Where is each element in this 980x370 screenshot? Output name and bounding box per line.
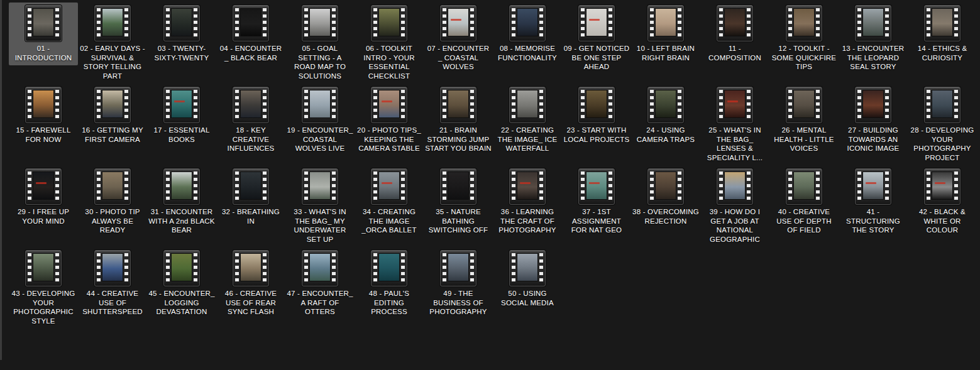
video-item[interactable]: 38 - OVERCOMING REJECTION (631, 166, 700, 229)
grid-row: 43 - DEVELOPING YOUR PHOTOGRAPHIC STYLE … (9, 245, 977, 327)
video-item[interactable]: 03 - TWENTY-SIXTY-TWENTY (147, 3, 216, 65)
video-title: 17 - ESSENTIAL BOOKS (148, 126, 215, 144)
video-item[interactable]: 33 - WHAT'S IN THE BAG_ MY UNDERWATER SE… (285, 166, 355, 247)
video-item[interactable]: 31 - ENCOUNTER WITH A 2nd BLACK BEAR (147, 166, 216, 238)
film-sprockets-right-icon (401, 253, 405, 282)
filmstrip-icon (647, 5, 684, 41)
video-thumbnail (655, 8, 676, 36)
video-title: 06 - TOOLKIT INTRO - YOUR ESSENTIAL CHEC… (356, 44, 422, 80)
video-item[interactable]: 35 - NATURE BATHING SWITCHING OFF (424, 166, 493, 238)
video-item[interactable]: 48 - PAUL'S EDITING PROCESS (355, 248, 424, 320)
film-sprockets-left-icon (650, 171, 654, 200)
video-item[interactable]: 02 - EARLY DAYS - SURVIVAL & STORY TELLI… (78, 3, 147, 84)
video-item[interactable]: 07 - ENCOUNTER _ COASTAL WOLVES (424, 3, 493, 75)
video-item[interactable]: 47 - ENCOUNTER_ A RAFT OF OTTERS (285, 248, 355, 320)
video-item[interactable]: 30 - PHOTO TIP ALWAYS BE READY (78, 166, 147, 238)
video-item[interactable]: 05 - GOAL SETTING - A ROAD MAP TO SOLUTI… (285, 3, 355, 84)
video-item[interactable]: 32 - BREATHING IN (216, 166, 285, 229)
video-item[interactable]: 42 - BLACK & WHITE OR COLOUR (908, 166, 977, 238)
video-thumbnail (378, 90, 400, 118)
video-thumbnail (240, 8, 262, 36)
video-title: 24 - USING CAMERA TRAPS (632, 126, 699, 144)
video-item[interactable]: 22 - CREATING THE IMAGE_ ICE WATERFALL (493, 84, 562, 156)
video-item[interactable]: 01 - INTRODUCTION (9, 3, 78, 65)
video-item[interactable]: 12 - TOOLKIT - SOME QUICKFIRE TIPS (769, 3, 839, 75)
film-sprockets-right-icon (816, 171, 820, 200)
thumbnail-red-text-overlay (36, 182, 47, 184)
video-item[interactable]: 27 - BUILDING TOWARDS AN ICONIC IMAGE (839, 84, 908, 156)
film-sprockets-left-icon (166, 253, 170, 282)
video-thumbnail (586, 171, 607, 200)
video-title: 49 - THE BUSINESS OF PHOTOGRAPHY (425, 289, 492, 317)
film-sprockets-right-icon (539, 253, 543, 282)
video-item[interactable]: 43 - DEVELOPING YOUR PHOTOGRAPHIC STYLE (9, 248, 78, 329)
video-item[interactable]: 28 - DEVELOPING YOUR PHOTOGRAPHY PROJECT (908, 84, 977, 165)
video-item[interactable]: 10 - LEFT BRAIN RIGHT BRAIN (631, 3, 700, 65)
video-item[interactable]: 44 - CREATIVE USE OF SHUTTERSPEED (78, 248, 147, 320)
video-thumbnail (240, 90, 262, 118)
film-sprockets-left-icon (373, 8, 377, 37)
video-item[interactable]: 14 - ETHICS & CURIOSITY (908, 3, 977, 65)
video-item[interactable]: 11 - COMPOSITION (700, 3, 769, 65)
video-title: 03 - TWENTY-SIXTY-TWENTY (148, 44, 215, 62)
film-sprockets-left-icon (443, 90, 446, 119)
video-thumbnail (171, 90, 192, 118)
video-item[interactable]: 16 - GETTING MY FIRST CAMERA (78, 84, 147, 147)
video-thumbnail (448, 8, 469, 36)
video-item[interactable]: 15 - FAREWELL FOR NOW (9, 84, 78, 147)
video-item[interactable]: 04 - ENCOUNTER _ BLACK BEAR (216, 3, 285, 65)
video-thumbnail (171, 253, 192, 281)
video-thumbnail (517, 253, 538, 281)
video-item[interactable]: 29 - I FREE UP YOUR MIND (9, 166, 78, 229)
thumbnail-red-text-overlay (451, 19, 462, 21)
video-item[interactable]: 50 - USING SOCIAL MEDIA (493, 248, 562, 310)
film-sprockets-left-icon (512, 90, 515, 119)
filmstrip-icon (94, 168, 131, 205)
video-item[interactable]: 46 - CREATIVE USE OF REAR SYNC FLASH (216, 248, 285, 320)
filmstrip-icon (233, 168, 269, 205)
film-sprockets-right-icon (608, 171, 612, 200)
filmstrip-icon (924, 168, 961, 205)
video-item[interactable]: 37 - 1ST ASSIGNMENT FOR NAT GEO (562, 166, 631, 238)
video-item[interactable]: 13 - ENCOUNTER THE LEOPARD SEAL STORY (839, 3, 908, 75)
video-thumbnail (655, 90, 676, 118)
video-item[interactable]: 34 - CREATING THE IMAGE _ORCA BALLET (355, 166, 424, 238)
video-item[interactable]: 17 - ESSENTIAL BOOKS (147, 84, 216, 147)
video-item[interactable]: 21 - BRAIN STORMING JUMP START YOU BRAIN (424, 84, 493, 156)
filmstrip-icon (94, 87, 131, 123)
video-title: 09 - GET NOTICED BE ONE STEP AHEAD (563, 44, 630, 72)
video-item[interactable]: 39 - HOW DO I GET A JOB AT NATIONAL GEOG… (700, 166, 769, 247)
video-item[interactable]: 23 - START WITH LOCAL PROJECTS (562, 84, 631, 147)
film-sprockets-left-icon (166, 90, 170, 119)
video-title: 27 - BUILDING TOWARDS AN ICONIC IMAGE (840, 126, 906, 153)
video-item[interactable]: 25 - WHAT'S IN THE BAG_ LENSES & SPECIAL… (700, 84, 769, 165)
video-thumbnail (724, 171, 746, 200)
video-item[interactable]: 06 - TOOLKIT INTRO - YOUR ESSENTIAL CHEC… (355, 3, 424, 84)
video-item[interactable]: 45 - ENCOUNTER_ LOGGING DEVASTATION (147, 248, 216, 320)
video-item[interactable]: 41 - STRUCTURING THE STORY (839, 166, 908, 238)
video-title: 01 - INTRODUCTION (10, 44, 77, 62)
video-item[interactable]: 09 - GET NOTICED BE ONE STEP AHEAD (562, 3, 631, 75)
film-sprockets-right-icon (885, 8, 889, 37)
video-title: 13 - ENCOUNTER THE LEOPARD SEAL STORY (840, 44, 906, 72)
video-item[interactable]: 49 - THE BUSINESS OF PHOTOGRAPHY (424, 248, 493, 320)
video-title: 39 - HOW DO I GET A JOB AT NATIONAL GEOG… (702, 207, 768, 244)
filmstrip-icon (163, 168, 200, 205)
video-item[interactable]: 08 - MEMORISE FUNCTIONALITY (493, 3, 562, 65)
video-item[interactable]: 40 - CREATIVE USE OF DEPTH OF FIELD (769, 166, 839, 238)
filmstrip-icon (509, 168, 546, 205)
filmstrip-icon (924, 87, 961, 123)
left-scrollbar[interactable] (0, 0, 2, 360)
grid-row: 01 - INTRODUCTION 02 - EARLY DAYS - SURV… (9, 0, 977, 82)
film-sprockets-left-icon (857, 171, 861, 200)
video-item[interactable]: 20 - PHOTO TIPS_ KEEPING THE CAMERA STAB… (355, 84, 424, 156)
filmstrip-icon (163, 250, 200, 286)
video-item[interactable]: 26 - MENTAL HEALTH - LITTLE VOICES (769, 84, 839, 156)
video-item[interactable]: 24 - USING CAMERA TRAPS (631, 84, 700, 147)
video-item[interactable]: 19 - ENCOUNTER_ COASTAL WOLVES LIVE (285, 84, 355, 156)
film-sprockets-left-icon (927, 8, 930, 37)
film-sprockets-right-icon (678, 8, 681, 37)
video-title: 08 - MEMORISE FUNCTIONALITY (494, 44, 561, 62)
video-item[interactable]: 18 - KEY CREATIVE INFLUENCES (216, 84, 285, 156)
video-item[interactable]: 36 - LEARNING THE CRAFT OF PHOTOGRAPHY (493, 166, 562, 238)
